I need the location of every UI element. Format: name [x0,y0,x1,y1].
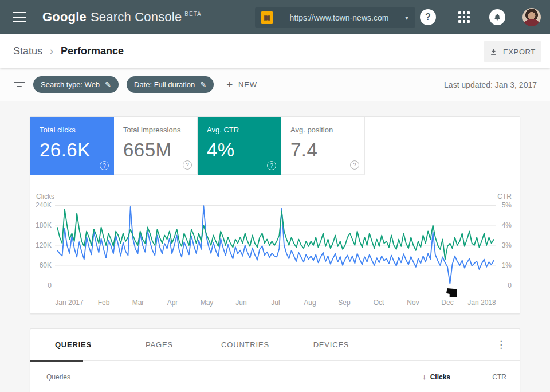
clicks-header-label: Clicks [430,373,450,381]
tab-queries[interactable]: QUERIES [30,329,116,361]
metric-value: 26.6K [40,139,114,161]
new-filter-button[interactable]: + NEW [226,79,257,91]
help-circle-icon[interactable]: ? [350,160,359,170]
metric-label: Total impressions [123,126,197,134]
metric-value: 4% [207,139,281,161]
help-circle-icon[interactable]: ? [100,161,109,170]
left-tick: 120K [30,241,52,249]
logo-google: Google [42,10,87,25]
metric-tiles: Total clicks 26.6K ? Total impressions 6… [30,117,520,175]
app-logo: Google Search Console BETA [42,10,202,25]
help-button[interactable]: ? [420,9,436,25]
breadcrumb-bar: Status › Performance EXPORT [0,34,550,68]
top-app-bar: Google Search Console BETA ▦ https://www… [0,0,550,34]
sort-descending-icon: ↓ [422,373,426,381]
left-tick: 180K [30,221,52,229]
chart-svg[interactable] [55,205,496,286]
series-clicks [57,206,494,284]
breadcrumb-status[interactable]: Status [13,45,42,57]
download-icon [489,48,498,56]
apps-grid-icon[interactable] [458,11,470,23]
dimension-tabs: QUERIES PAGES COUNTRIES DEVICES ⋮ [30,329,520,361]
help-circle-icon[interactable]: ? [183,160,192,170]
performance-chart-panel: Total clicks 26.6K ? Total impressions 6… [30,116,520,314]
beta-badge: BETA [184,11,201,17]
metric-value: 665M [123,139,197,161]
series-ctr [57,209,494,260]
metric-tile-avg-ctr[interactable]: Avg. CTR 4% ? [198,117,281,175]
search-type-chip[interactable]: Search type: Web ✎ [33,76,119,93]
timeseries-chart: Clicks CTR 240K180K120K60K0 5%4%3%1%0 Ja… [30,175,520,314]
export-button[interactable]: EXPORT [484,41,541,62]
date-range-chip[interactable]: Date: Full duration ✎ [127,76,214,93]
last-updated-text: Last updated: Jan 3, 2017 [444,80,537,89]
metric-label: Avg. CTR [207,126,281,134]
tab-countries[interactable]: COUNTRIES [202,329,288,361]
metric-value: 7.4 [290,139,364,161]
filter-icon[interactable] [14,81,25,88]
left-tick: 0 [30,281,52,289]
topbar-actions: ? [420,0,541,34]
metric-label: Avg. position [290,126,364,134]
export-label: EXPORT [503,48,536,56]
mouse-cursor [446,288,457,297]
chevron-down-icon: ▾ [405,14,408,22]
tab-devices[interactable]: DEVICES [288,329,374,361]
metric-tile-total-impressions[interactable]: Total impressions 665M ? [114,117,198,175]
plus-icon: + [226,79,233,91]
metric-tile-total-clicks[interactable]: Total clicks 26.6K ? [30,117,114,175]
search-type-chip-label: Search type: Web [41,80,100,89]
column-header-ctr[interactable]: CTR [450,373,506,381]
menu-icon[interactable] [13,12,26,22]
property-selector[interactable]: ▦ https://www.town-news.com ▾ [255,7,415,28]
filter-bar: Search type: Web ✎ Date: Full duration ✎… [0,68,550,101]
page-title: Performance [61,45,124,57]
user-avatar[interactable] [522,8,541,26]
logo-product: Search Console [91,10,182,25]
main-content: Total clicks 26.6K ? Total impressions 6… [0,101,550,392]
notifications-button[interactable] [489,9,505,25]
column-header-queries[interactable]: Queries [46,373,70,381]
edit-icon: ✎ [200,80,206,89]
x-tick: Jan 2018 [462,299,502,307]
table-header-row: Queries ↓ Clicks CTR [30,361,520,392]
help-circle-icon[interactable]: ? [267,161,276,170]
right-axis-title: CTR [492,193,512,201]
breadcrumb-chevron-icon: › [50,45,53,57]
property-building-icon: ▦ [261,11,273,24]
property-url: https://www.town-news.com [273,13,405,22]
date-range-chip-label: Date: Full duration [134,80,195,89]
tab-pages[interactable]: PAGES [116,329,202,361]
left-axis-title: Clicks [36,193,54,201]
metric-label: Total clicks [40,126,114,134]
edit-icon: ✎ [105,80,111,89]
bell-icon [493,13,502,22]
column-header-clicks[interactable]: ↓ Clicks [422,373,450,381]
more-options-icon[interactable]: ⋮ [493,329,509,361]
new-filter-label: NEW [238,80,257,89]
help-icon: ? [425,12,431,22]
left-tick: 60K [30,261,52,269]
dimensions-table-panel: QUERIES PAGES COUNTRIES DEVICES ⋮ Querie… [30,328,520,392]
left-tick: 240K [30,201,52,209]
metric-tile-avg-position[interactable]: Avg. position 7.4 ? [281,117,365,175]
